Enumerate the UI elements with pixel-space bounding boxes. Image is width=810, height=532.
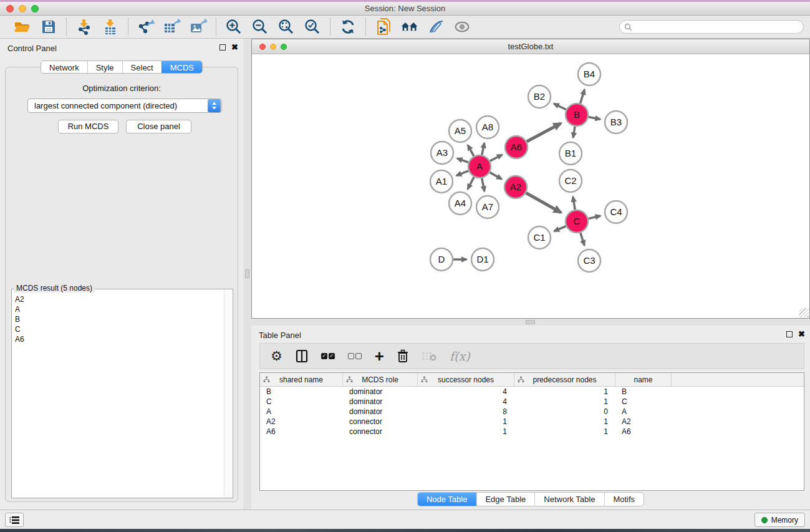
home-icon[interactable] (401, 18, 418, 36)
table-cell[interactable]: A2 (260, 417, 343, 427)
close-panel-icon[interactable]: ✖ (231, 44, 238, 51)
column-header-MCDS-role[interactable]: MCDS role (343, 373, 418, 386)
import-table-icon[interactable] (102, 18, 119, 36)
table-cell[interactable]: C (615, 397, 672, 407)
show-columns-icon[interactable] (296, 348, 308, 364)
table-cell[interactable]: 4 (418, 387, 514, 397)
column-header-name[interactable]: name (615, 373, 672, 386)
table-cell[interactable]: C (260, 397, 343, 407)
export-image-icon[interactable] (190, 18, 207, 36)
table-row[interactable]: A2connector11A2 (260, 417, 804, 427)
search-field[interactable] (619, 20, 804, 34)
table-cell[interactable]: 1 (514, 387, 615, 397)
edge-A-A6[interactable] (490, 155, 502, 161)
optimization-criterion-dropdown[interactable]: largest connected component (directed) (27, 99, 222, 113)
tab-motifs[interactable]: Motifs (604, 493, 644, 506)
search-input[interactable] (635, 22, 791, 31)
table-cell[interactable]: A2 (615, 417, 672, 427)
tab-select[interactable]: Select (122, 61, 162, 73)
memory-button[interactable]: Memory (755, 513, 805, 527)
vertical-splitter[interactable] (243, 39, 251, 510)
table-cell[interactable]: 1 (514, 427, 615, 437)
horizontal-splitter[interactable] (251, 319, 810, 326)
import-network-icon[interactable] (75, 18, 93, 36)
table-cell[interactable]: dominator (343, 407, 418, 417)
tab-network[interactable]: Network (41, 61, 87, 73)
table-row[interactable]: Adominator80A (260, 407, 804, 417)
edge-A-A8[interactable] (482, 143, 485, 155)
clone-network-icon[interactable] (375, 18, 392, 36)
table-cell[interactable]: 1 (418, 417, 514, 427)
edge-B-B4[interactable] (581, 90, 585, 104)
edge-B-B3[interactable] (589, 117, 600, 120)
edge-A6-B[interactable] (527, 123, 561, 142)
hide-annotations-icon[interactable] (427, 18, 445, 36)
zoom-out-icon[interactable] (251, 18, 269, 36)
result-item[interactable]: A6 (15, 334, 221, 344)
refresh-icon[interactable] (339, 18, 357, 36)
edge-B-B1[interactable] (573, 127, 575, 138)
close-panel-button[interactable]: Close panel (126, 120, 191, 133)
table-cell[interactable]: B (615, 387, 672, 397)
edge-A-A2[interactable] (490, 172, 502, 179)
float-panel-icon[interactable] (786, 331, 793, 337)
delete-table-icon[interactable] (422, 348, 436, 364)
table-row[interactable]: A6connector11A6 (260, 427, 804, 437)
splitter-handle[interactable] (245, 269, 249, 278)
close-panel-icon[interactable]: ✖ (798, 331, 805, 337)
table-cell[interactable]: A6 (615, 427, 672, 437)
table-cell[interactable]: 1 (514, 397, 615, 407)
gear-icon[interactable]: ⚙ (271, 348, 282, 364)
edge-A2-C[interactable] (526, 193, 561, 213)
table-row[interactable]: Bdominator41B (260, 387, 804, 397)
open-folder-icon[interactable] (14, 18, 31, 36)
zoom-in-icon[interactable] (225, 18, 243, 36)
add-column-icon[interactable]: + (375, 348, 384, 364)
table-cell[interactable]: 1 (514, 417, 615, 427)
table-cell[interactable]: A6 (260, 427, 343, 437)
table-cell[interactable]: 8 (418, 407, 514, 417)
table-cell[interactable]: B (260, 387, 343, 397)
float-panel-icon[interactable] (219, 44, 226, 51)
resize-grip-icon[interactable] (799, 308, 809, 317)
table-cell[interactable]: connector (343, 427, 418, 437)
delete-icon[interactable] (397, 348, 408, 364)
table-cell[interactable]: dominator (343, 397, 418, 407)
table-row[interactable]: Cdominator41C (260, 397, 804, 407)
column-header-predecessor-nodes[interactable]: predecessor nodes (514, 373, 615, 386)
table-cell[interactable]: A (260, 407, 343, 417)
result-item[interactable]: A (15, 304, 221, 314)
result-item[interactable]: C (15, 324, 221, 334)
zoom-fit-icon[interactable] (277, 18, 295, 36)
table-cell[interactable]: A (615, 407, 672, 417)
edge-A-A1[interactable] (456, 171, 468, 176)
edge-A-A5[interactable] (468, 145, 474, 157)
splitter-handle[interactable] (526, 320, 535, 324)
edge-C-C3[interactable] (581, 233, 584, 245)
edge-A-A4[interactable] (468, 177, 474, 189)
table-cell[interactable]: connector (343, 417, 418, 427)
save-floppy-icon[interactable] (40, 18, 57, 36)
edge-C-C2[interactable] (573, 196, 575, 210)
edge-C-C1[interactable] (554, 226, 566, 231)
zoom-selected-icon[interactable] (304, 18, 321, 36)
edge-B-B2[interactable] (554, 104, 566, 110)
select-all-icon[interactable]: ✓✓ (321, 348, 335, 364)
result-item[interactable]: A2 (15, 294, 221, 304)
tab-network-table[interactable]: Network Table (534, 493, 604, 506)
table-cell[interactable]: 4 (418, 397, 514, 407)
task-history-button[interactable] (5, 513, 24, 527)
edge-C-C4[interactable] (588, 216, 600, 219)
tab-node-table[interactable]: Node Table (418, 493, 476, 506)
export-network-icon[interactable] (137, 18, 155, 36)
table-cell[interactable]: 0 (514, 407, 615, 417)
table-cell[interactable]: 1 (418, 427, 514, 437)
result-item[interactable]: B (15, 314, 221, 324)
export-table-icon[interactable] (163, 18, 181, 36)
table-cell[interactable]: dominator (343, 387, 418, 397)
tab-mcds[interactable]: MCDS (162, 61, 202, 73)
tab-edge-table[interactable]: Edge Table (476, 493, 534, 506)
column-header-successor-nodes[interactable]: successor nodes (418, 373, 514, 386)
run-mcds-button[interactable]: Run MCDS (58, 120, 118, 133)
edge-A-A3[interactable] (457, 158, 468, 163)
